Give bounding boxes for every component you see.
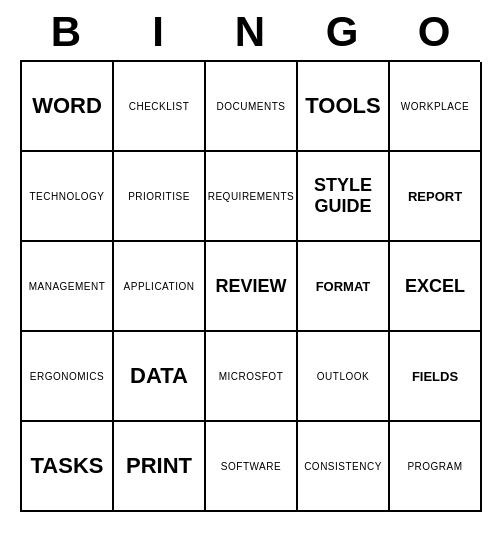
bingo-cell: MICROSFOT [206, 332, 298, 422]
cell-text: ERGONOMICS [30, 371, 104, 382]
bingo-cell: REPORT [390, 152, 482, 242]
cell-text: WORD [32, 93, 102, 119]
cell-text: SOFTWARE [221, 461, 281, 472]
bingo-cell: WORD [22, 62, 114, 152]
cell-text: TECHNOLOGY [29, 191, 104, 202]
cell-text: STYLE GUIDE [302, 175, 384, 217]
cell-text: OUTLOOK [317, 371, 369, 382]
cell-text: PROGRAM [407, 461, 462, 472]
bingo-cell: SOFTWARE [206, 422, 298, 512]
cell-text: MANAGEMENT [29, 281, 106, 292]
cell-text: FIELDS [412, 369, 458, 384]
bingo-cell: PRIORITISE [114, 152, 206, 242]
cell-text: REVIEW [215, 276, 286, 297]
bingo-cell: REQUIREMENTS [206, 152, 298, 242]
bingo-cell: TASKS [22, 422, 114, 512]
bingo-cell: ERGONOMICS [22, 332, 114, 422]
bingo-cell: PROGRAM [390, 422, 482, 512]
cell-text: MICROSFOT [219, 371, 284, 382]
bingo-cell: FIELDS [390, 332, 482, 422]
cell-text: WORKPLACE [401, 101, 469, 112]
bingo-cell: EXCEL [390, 242, 482, 332]
bingo-cell: FORMAT [298, 242, 390, 332]
bingo-letter: O [388, 8, 480, 56]
bingo-cell: REVIEW [206, 242, 298, 332]
bingo-cell: OUTLOOK [298, 332, 390, 422]
bingo-letter: B [20, 8, 112, 56]
bingo-cell: WORKPLACE [390, 62, 482, 152]
cell-text: CHECKLIST [129, 101, 190, 112]
cell-text: TOOLS [305, 93, 380, 119]
cell-text: REPORT [408, 189, 462, 204]
cell-text: EXCEL [405, 276, 465, 297]
cell-text: PRIORITISE [128, 191, 190, 202]
cell-text: CONSISTENCY [304, 461, 382, 472]
bingo-letter: N [204, 8, 296, 56]
bingo-cell: STYLE GUIDE [298, 152, 390, 242]
cell-text: REQUIREMENTS [208, 191, 295, 202]
bingo-cell: PRINT [114, 422, 206, 512]
cell-text: APPLICATION [124, 281, 195, 292]
bingo-cell: APPLICATION [114, 242, 206, 332]
bingo-letter: G [296, 8, 388, 56]
bingo-header: BINGO [20, 0, 480, 60]
bingo-cell: MANAGEMENT [22, 242, 114, 332]
bingo-cell: CONSISTENCY [298, 422, 390, 512]
bingo-cell: CHECKLIST [114, 62, 206, 152]
cell-text: DATA [130, 363, 188, 389]
bingo-cell: TOOLS [298, 62, 390, 152]
cell-text: TASKS [31, 453, 104, 479]
bingo-cell: DOCUMENTS [206, 62, 298, 152]
cell-text: PRINT [126, 453, 192, 479]
bingo-letter: I [112, 8, 204, 56]
bingo-cell: TECHNOLOGY [22, 152, 114, 242]
cell-text: FORMAT [316, 279, 371, 294]
bingo-cell: DATA [114, 332, 206, 422]
bingo-grid: WORDCHECKLISTDOCUMENTSTOOLSWORKPLACETECH… [20, 60, 480, 512]
cell-text: DOCUMENTS [217, 101, 286, 112]
